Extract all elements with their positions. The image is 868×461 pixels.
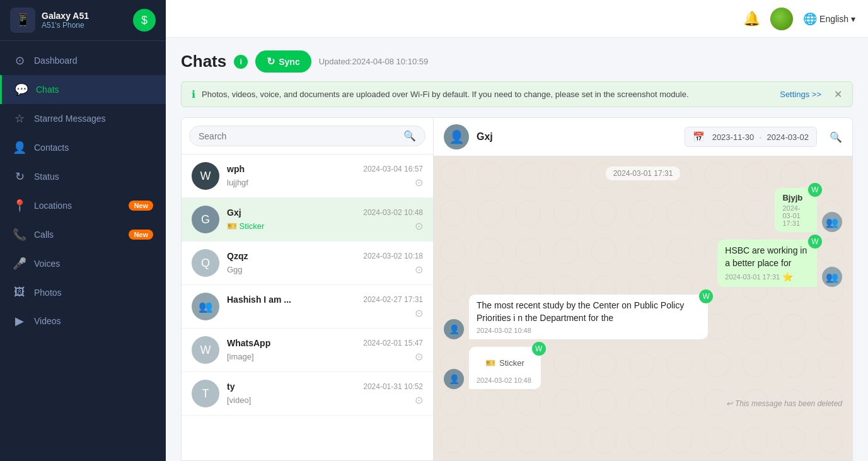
videos-nav-icon: ▶: [13, 314, 26, 328]
sidebar-item-label: Videos: [34, 316, 61, 326]
chat-avatar: W: [192, 336, 219, 364]
sync-label: Sync: [279, 57, 299, 67]
message-text: HSBC are working in a better place for: [725, 245, 809, 269]
chat-preview: Ggg: [227, 265, 243, 274]
sidebar-item-label: Voices: [34, 259, 60, 269]
chats-nav-icon: 💬: [14, 83, 28, 96]
chat-preview-row: Ggg ⊙: [227, 264, 423, 276]
device-info: Galaxy A51 A51's Phone: [42, 11, 127, 30]
chat-avatar: Q: [192, 249, 219, 277]
chat-info: WhatsApp 2024-02-01 15:47 [image] ⊙: [227, 338, 423, 363]
sent-message-bubble: HSBC are working in a better place for 2…: [717, 240, 817, 287]
status-nav-icon: ↻: [13, 170, 26, 184]
chat-preview-row: lujjhgf ⊙: [227, 177, 423, 189]
sidebar-item-voices[interactable]: 🎤 Voices: [0, 249, 166, 278]
chat-list-item[interactable]: W wph 2024-03-04 16:57 lujjhgf ⊙: [182, 155, 433, 198]
chat-pin-icon: ⊙: [415, 351, 423, 363]
sidebar-item-status[interactable]: ↻ Status: [0, 162, 166, 191]
chat-list: W wph 2024-03-04 16:57 lujjhgf ⊙ G Gxj 2…: [182, 155, 433, 460]
message-time: 2024-03-02 10:48: [477, 376, 533, 384]
chat-time: 2024-01-31 10:52: [363, 382, 423, 391]
chat-preview: lujjhgf: [227, 178, 248, 187]
sync-button[interactable]: ↻ Sync: [255, 50, 311, 73]
sidebar-item-starred[interactable]: ☆ Starred Messages: [0, 104, 166, 133]
main-content: 🔔 🌐 English ▾ Chats i ↻ Sync Updated:202…: [166, 0, 868, 461]
sync-header-icon[interactable]: $: [133, 9, 156, 32]
chat-avatar: W: [192, 162, 219, 190]
search-input[interactable]: [199, 131, 398, 141]
chat-list-item[interactable]: W WhatsApp 2024-02-01 15:47 [image] ⊙: [182, 329, 433, 372]
chat-list-item[interactable]: G Gxj 2024-03-02 10:48 🎫 Sticker ⊙: [182, 198, 433, 242]
chat-preview: [video]: [227, 395, 251, 405]
chat-name: Gxj: [227, 207, 241, 218]
device-icon: 📱: [10, 8, 35, 33]
info-banner: ℹ Photos, videos, voice, and documents a…: [181, 81, 853, 107]
chat-time: 2024-03-04 16:57: [363, 165, 423, 173]
message-row: 👤 🎫 Sticker 2024-03-02 10:48 W: [444, 347, 842, 389]
dashboard-nav-icon: ⊙: [13, 54, 26, 67]
updated-timestamp: Updated:2024-04-08 10:10:59: [319, 57, 428, 66]
chat-list-panel: 🔍 W wph 2024-03-04 16:57 lujjhgf ⊙ G Gxj: [182, 118, 434, 460]
locations-nav-icon: 📍: [13, 199, 26, 213]
chat-list-item[interactable]: 👥 Hashish I am ... 2024-02-27 17:31 ⊙: [182, 285, 433, 329]
chat-preview-row: [image] ⊙: [227, 351, 423, 363]
chat-info: wph 2024-03-04 16:57 lujjhgf ⊙: [227, 164, 423, 189]
sidebar-item-label: Dashboard: [34, 55, 78, 66]
deleted-msg-text: ↩This message has been deleted: [726, 397, 842, 411]
nav-badge-calls: New: [129, 230, 153, 240]
sidebar-header: 📱 Galaxy A51 A51's Phone $: [0, 0, 166, 41]
message-row: Bjyjb 2024-03-01 17:31 W 👥: [444, 188, 842, 232]
sent-message-wrapper: Bjyjb 2024-03-01 17:31 W: [747, 188, 817, 232]
sticker-content: 🎫 Sticker: [477, 352, 533, 374]
sidebar-item-contacts[interactable]: 👤 Contacts: [0, 133, 166, 162]
page-title: Chats: [181, 52, 226, 71]
calls-nav-icon: 📞: [13, 228, 26, 242]
message-row: HSBC are working in a better place for 2…: [444, 240, 842, 287]
chat-time: 2024-03-02 10:48: [363, 208, 423, 217]
chat-view-panel: 👤 Gxj 📅 2023-11-30 - 2024-03-02 🔍 2024-0…: [434, 118, 852, 460]
message-text: The most recent study by the Center on P…: [477, 300, 700, 324]
chat-avatar: G: [192, 206, 219, 233]
chevron-down-icon: ▾: [851, 14, 855, 24]
date-range-dash: -: [759, 132, 761, 142]
nav-badge-locations: New: [129, 201, 153, 211]
user-avatar[interactable]: [770, 8, 793, 30]
chat-name: ty: [227, 382, 234, 392]
sidebar-item-locations[interactable]: 📍 Locations New: [0, 191, 166, 220]
voices-nav-icon: 🎤: [13, 257, 26, 271]
sent-message-wrapper: HSBC are working in a better place for 2…: [651, 240, 817, 287]
whatsapp-badge: W: [808, 183, 822, 197]
avatar-image: [770, 8, 793, 30]
settings-link[interactable]: Settings >>: [780, 90, 821, 99]
chat-name: wph: [227, 164, 245, 174]
sidebar-item-calls[interactable]: 📞 Calls New: [0, 220, 166, 249]
chat-panels: 🔍 W wph 2024-03-04 16:57 lujjhgf ⊙ G Gxj: [181, 117, 853, 461]
sidebar-item-videos[interactable]: ▶ Videos: [0, 306, 166, 336]
notification-bell-icon[interactable]: 🔔: [743, 11, 760, 27]
whatsapp-badge: W: [699, 289, 713, 303]
chat-list-item[interactable]: T ty 2024-01-31 10:52 [video] ⊙: [182, 372, 433, 416]
chat-pin-icon: ⊙: [415, 307, 423, 319]
search-input-wrap: 🔍: [189, 125, 425, 146]
sidebar-item-dashboard[interactable]: ⊙ Dashboard: [0, 46, 166, 75]
date-search-icon[interactable]: 🔍: [830, 131, 842, 143]
sidebar-item-label: Chats: [36, 85, 59, 95]
info-icon[interactable]: i: [234, 55, 248, 69]
chat-contact-name: Gxj: [477, 131, 677, 143]
close-banner-icon[interactable]: ✕: [834, 88, 842, 100]
sidebar-item-photos[interactable]: 🖼 Photos: [0, 278, 166, 306]
date-from[interactable]: 2023-11-30: [712, 132, 755, 142]
language-selector[interactable]: 🌐 English ▾: [803, 12, 855, 26]
sidebar-item-chats[interactable]: 💬 Chats: [0, 75, 166, 104]
sidebar-item-label: Photos: [34, 288, 62, 298]
date-to[interactable]: 2024-03-02: [767, 132, 809, 142]
avatar-placeholder-icon: 👤: [449, 129, 465, 144]
date-range-bar: 📅 2023-11-30 - 2024-03-02: [685, 127, 817, 147]
message-time: 2024-03-02 10:48: [477, 327, 700, 334]
star-icon: ⭐: [782, 272, 793, 282]
group-icon: 👥: [822, 267, 842, 287]
chat-list-item[interactable]: Q Qzqz 2024-03-02 10:18 Ggg ⊙: [182, 242, 433, 285]
chat-avatar: 👥: [192, 293, 219, 320]
deleted-message: ↩This message has been deleted: [444, 397, 842, 411]
chat-name: Hashish I am ...: [227, 295, 291, 305]
